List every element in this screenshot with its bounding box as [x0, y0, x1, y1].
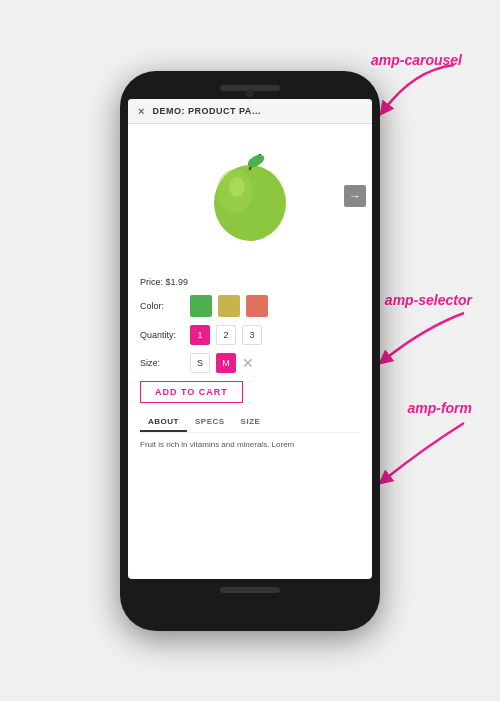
browser-title: DEMO: PRODUCT PA…: [152, 106, 362, 116]
product-image-carousel: →: [128, 124, 372, 269]
svg-point-6: [229, 177, 245, 197]
product-image: [195, 141, 305, 251]
size-s-button[interactable]: S: [190, 353, 210, 373]
color-swatch-yellow[interactable]: [218, 295, 240, 317]
color-swatch-salmon[interactable]: [246, 295, 268, 317]
phone-home-indicator: [220, 587, 280, 593]
size-option-row: Size: S M ✕: [140, 353, 360, 373]
quantity-3-button[interactable]: 3: [242, 325, 262, 345]
color-swatch-green[interactable]: [190, 295, 212, 317]
amp-form-label: amp-form: [407, 400, 472, 416]
chevron-right-icon: →: [349, 190, 361, 202]
tab-specs[interactable]: SPECS: [187, 413, 233, 432]
amp-selector-label: amp-selector: [385, 292, 472, 308]
carousel-next-button[interactable]: →: [344, 185, 366, 207]
form-arrow: [374, 418, 474, 488]
size-m-button[interactable]: M: [216, 353, 236, 373]
product-tabs: ABOUT SPECS SIZE: [140, 413, 360, 433]
tab-about-content: Fruit is rich in vitamins and minerals. …: [140, 439, 360, 450]
phone-screen: × DEMO: PRODUCT PA… → Price: $1.99: [128, 99, 372, 579]
carousel-arrow: [374, 60, 464, 120]
browser-close-icon[interactable]: ×: [138, 105, 144, 117]
quantity-1-button[interactable]: 1: [190, 325, 210, 345]
phone-camera: [246, 89, 254, 97]
tab-size[interactable]: SIZE: [233, 413, 269, 432]
selector-arrow: [374, 308, 474, 368]
quantity-option-row: Quantity: 1 2 3: [140, 325, 360, 345]
color-option-row: Color:: [140, 295, 360, 317]
tab-about[interactable]: ABOUT: [140, 413, 187, 432]
browser-bar: × DEMO: PRODUCT PA…: [128, 99, 372, 124]
amp-carousel-label: amp-carousel: [371, 52, 462, 68]
size-x-icon[interactable]: ✕: [242, 355, 254, 371]
phone-shell: × DEMO: PRODUCT PA… → Price: $1.99: [120, 71, 380, 631]
size-label: Size:: [140, 358, 184, 368]
price-display: Price: $1.99: [140, 277, 360, 287]
add-to-cart-button[interactable]: ADD TO CART: [140, 381, 243, 403]
product-details: Price: $1.99 Color: Quantity: 1 2 3 Size…: [128, 269, 372, 579]
quantity-label: Quantity:: [140, 330, 184, 340]
color-label: Color:: [140, 301, 184, 311]
quantity-2-button[interactable]: 2: [216, 325, 236, 345]
